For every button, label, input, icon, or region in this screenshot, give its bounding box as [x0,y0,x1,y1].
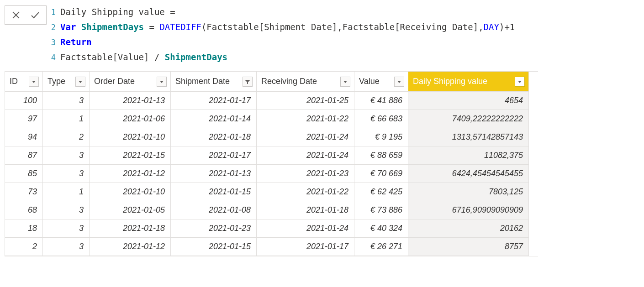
table-row[interactable]: 7312021-01-102021-01-152021-01-22€ 62 42… [5,183,538,201]
filter-button[interactable] [75,77,85,87]
cell-recv[interactable]: 2021-01-25 [257,92,354,110]
header-shipment-date[interactable]: Shipment Date [171,72,257,92]
filter-button[interactable] [394,77,404,87]
cell-daily[interactable]: 7409,22222222222 [408,110,529,128]
cell-id[interactable]: 97 [5,110,43,128]
cell-recv[interactable]: 2021-01-17 [257,238,354,256]
cell-type[interactable]: 3 [43,238,90,256]
cell-daily[interactable]: 7803,125 [408,183,529,201]
cell-ship[interactable]: 2021-01-23 [171,219,257,238]
header-label: Order Date [94,77,135,86]
cell-id[interactable]: 18 [5,219,43,238]
table-row[interactable]: 232021-01-122021-01-152021-01-17€ 26 271… [5,238,538,256]
cell-ship[interactable]: 2021-01-15 [171,183,257,201]
cell-daily[interactable]: 6716,90909090909 [408,201,529,219]
cell-ship[interactable]: 2021-01-17 [171,92,257,110]
cell-value[interactable]: € 73 886 [354,201,408,219]
cell-ship[interactable]: 2021-01-17 [171,146,257,165]
cell-type[interactable]: 3 [43,92,90,110]
cell-ship[interactable]: 2021-01-08 [171,201,257,219]
dax-editor[interactable]: 1Daily Shipping value = 2Var ShipmentDay… [50,5,644,65]
dropdown-icon [343,79,348,84]
check-icon [30,10,40,20]
cell-recv[interactable]: 2021-01-23 [257,165,354,183]
cell-type[interactable]: 2 [43,128,90,146]
cell-id[interactable]: 68 [5,201,43,219]
cell-daily[interactable]: 8757 [408,238,529,256]
filter-button[interactable] [29,77,39,87]
table-row[interactable]: 9422021-01-102021-01-182021-01-24€ 9 195… [5,128,538,146]
cell-order[interactable]: 2021-01-12 [90,165,171,183]
cell-id[interactable]: 73 [5,183,43,201]
cancel-button[interactable] [10,9,22,21]
cell-ship[interactable]: 2021-01-14 [171,110,257,128]
svg-marker-5 [245,80,250,84]
filter-button[interactable] [340,77,350,87]
cell-order[interactable]: 2021-01-06 [90,110,171,128]
cell-recv[interactable]: 2021-01-22 [257,183,354,201]
cell-daily[interactable]: 4654 [408,92,529,110]
cell-ship[interactable]: 2021-01-18 [171,128,257,146]
cell-type[interactable]: 3 [43,201,90,219]
cell-ship[interactable]: 2021-01-15 [171,238,257,256]
table-row[interactable]: 6832021-01-052021-01-082021-01-18€ 73 88… [5,201,538,219]
cell-daily[interactable]: 20162 [408,219,529,238]
header-id[interactable]: ID [5,72,43,92]
cell-type[interactable]: 3 [43,219,90,238]
dropdown-icon [32,79,36,84]
cell-id[interactable]: 94 [5,128,43,146]
cell-type[interactable]: 1 [43,183,90,201]
filter-button[interactable] [515,77,525,87]
cell-value[interactable]: € 88 659 [354,146,408,165]
cell-recv[interactable]: 2021-01-22 [257,110,354,128]
cell-value[interactable]: € 66 683 [354,110,408,128]
filter-button[interactable] [157,77,167,87]
cell-id[interactable]: 87 [5,146,43,165]
cell-daily[interactable]: 6424,45454545455 [408,165,529,183]
cell-order[interactable]: 2021-01-18 [90,219,171,238]
table-row[interactable]: 1832021-01-182021-01-232021-01-24€ 40 32… [5,219,538,238]
cell-order[interactable]: 2021-01-13 [90,92,171,110]
grid-body: 10032021-01-132021-01-172021-01-25€ 41 8… [5,92,538,256]
cell-value[interactable]: € 62 425 [354,183,408,201]
cell-type[interactable]: 3 [43,146,90,165]
cell-recv[interactable]: 2021-01-24 [257,219,354,238]
cell-value[interactable]: € 70 669 [354,165,408,183]
cell-order[interactable]: 2021-01-05 [90,201,171,219]
header-order-date[interactable]: Order Date [90,72,171,92]
cell-order[interactable]: 2021-01-15 [90,146,171,165]
cell-id[interactable]: 2 [5,238,43,256]
header-value[interactable]: Value [354,72,408,92]
header-daily-shipping-value[interactable]: Daily Shipping value [408,72,529,92]
cell-type[interactable]: 1 [43,110,90,128]
filter-button[interactable] [243,77,253,87]
header-label: Receiving Date [261,77,317,86]
cell-ship[interactable]: 2021-01-13 [171,165,257,183]
cell-value[interactable]: € 41 886 [354,92,408,110]
confirm-button[interactable] [29,9,42,21]
header-label: Daily Shipping value [413,77,487,86]
table-row[interactable]: 10032021-01-132021-01-172021-01-25€ 41 8… [5,92,538,110]
table-row[interactable]: 8532021-01-122021-01-132021-01-23€ 70 66… [5,165,538,183]
cell-daily[interactable]: 11082,375 [408,146,529,165]
header-type[interactable]: Type [43,72,90,92]
cell-order[interactable]: 2021-01-12 [90,238,171,256]
dropdown-icon [397,79,401,84]
cell-id[interactable]: 100 [5,92,43,110]
cell-type[interactable]: 3 [43,165,90,183]
table-row[interactable]: 9712021-01-062021-01-142021-01-22€ 66 68… [5,110,538,128]
cell-recv[interactable]: 2021-01-24 [257,146,354,165]
cell-order[interactable]: 2021-01-10 [90,128,171,146]
header-receiving-date[interactable]: Receiving Date [257,72,354,92]
cell-value[interactable]: € 9 195 [354,128,408,146]
cell-recv[interactable]: 2021-01-24 [257,128,354,146]
cell-value[interactable]: € 40 324 [354,219,408,238]
cell-id[interactable]: 85 [5,165,43,183]
cell-daily[interactable]: 1313,57142857143 [408,128,529,146]
dropdown-icon [517,79,522,84]
cell-value[interactable]: € 26 271 [354,238,408,256]
table-row[interactable]: 8732021-01-152021-01-172021-01-24€ 88 65… [5,146,538,165]
cell-recv[interactable]: 2021-01-18 [257,201,354,219]
cell-order[interactable]: 2021-01-10 [90,183,171,201]
formula-bar: 1Daily Shipping value = 2Var ShipmentDay… [5,5,644,65]
